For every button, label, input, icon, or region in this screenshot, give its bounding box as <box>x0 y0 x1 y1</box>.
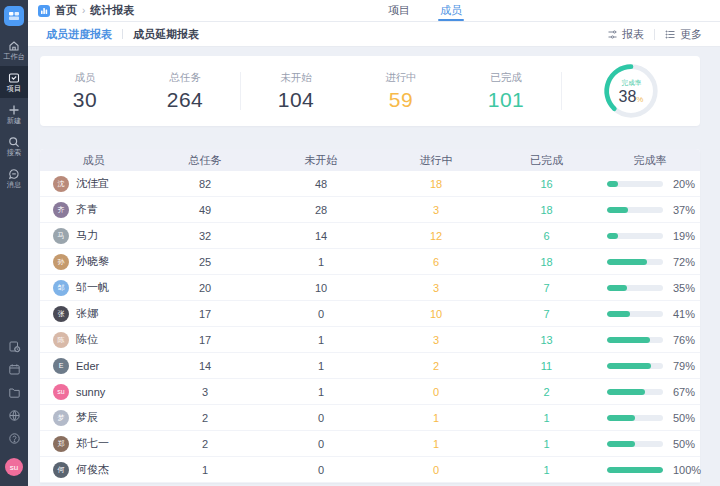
completed-cell: 16 <box>493 178 600 190</box>
in-progress-cell: 1 <box>379 438 493 450</box>
stat-value: 101 <box>451 88 561 111</box>
total-tasks-cell: 2 <box>147 438 263 450</box>
member-cell: 孙 孙晓黎 <box>40 254 147 270</box>
stat-members: 成员 30 <box>40 71 130 111</box>
member-name: 郑七一 <box>76 436 109 451</box>
sidebar-item-messages[interactable]: 消息 <box>0 162 28 194</box>
completed-cell: 18 <box>493 256 600 268</box>
tab-member-progress-report[interactable]: 成员进度报表 <box>46 27 112 42</box>
member-avatar: su <box>53 384 69 400</box>
help-icon[interactable] <box>7 431 21 445</box>
more-button[interactable]: 更多 <box>665 27 702 42</box>
rate-cell: 37% <box>600 204 700 216</box>
progress-bar <box>607 337 663 343</box>
tab-member-delay-report[interactable]: 成员延期报表 <box>133 27 199 42</box>
calendar-icon[interactable] <box>7 362 21 376</box>
table-row[interactable]: E Eder 14 1 2 11 79% <box>40 353 700 379</box>
in-progress-cell: 6 <box>379 256 493 268</box>
table-row[interactable]: 何 何俊杰 1 0 0 1 100% <box>40 457 700 483</box>
member-avatar: 齐 <box>53 202 69 218</box>
table-row[interactable]: 郑 郑七一 2 0 1 1 50% <box>40 431 700 457</box>
sidebar-item-projects[interactable]: 项目 <box>0 66 28 98</box>
sidebar-item-create[interactable]: 新建 <box>0 98 28 130</box>
progress-bar <box>607 441 663 447</box>
sidebar-item-label: 搜索 <box>7 149 21 156</box>
rate-cell: 50% <box>600 412 700 424</box>
table-row[interactable]: 马 马力 32 14 12 6 19% <box>40 223 700 249</box>
rate-percent: 19% <box>673 230 695 242</box>
rate-cell: 100% <box>600 464 701 476</box>
tab-members[interactable]: 成员 <box>438 0 464 21</box>
table-body: 沈 沈佳宜 82 48 18 16 20% 齐 齐青 49 28 3 18 37… <box>40 171 700 483</box>
progress-bar-fill <box>607 337 650 343</box>
member-cell: 何 何俊杰 <box>40 462 147 478</box>
tab-projects[interactable]: 项目 <box>386 0 412 21</box>
table-row[interactable]: 邹 邹一帆 20 10 3 7 35% <box>40 275 700 301</box>
member-cell: su sunny <box>40 384 147 400</box>
chart-icon <box>607 29 618 40</box>
table-row[interactable]: 梦 梦辰 2 0 1 1 50% <box>40 405 700 431</box>
table-row[interactable]: 孙 孙晓黎 25 1 6 18 72% <box>40 249 700 275</box>
breadcrumb-home[interactable]: 首页 <box>55 3 77 18</box>
rate-cell: 35% <box>600 282 700 294</box>
completed-cell: 2 <box>493 386 600 398</box>
more-button-label: 更多 <box>680 27 702 42</box>
not-started-cell: 0 <box>263 308 379 320</box>
table-row[interactable]: su sunny 3 1 0 2 67% <box>40 379 700 405</box>
in-progress-cell: 10 <box>379 308 493 320</box>
total-tasks-cell: 32 <box>147 230 263 242</box>
sidebar-item-search[interactable]: 搜索 <box>0 130 28 162</box>
report-button[interactable]: 报表 <box>607 27 644 42</box>
view-tabs: 项目 成员 <box>386 0 464 21</box>
rate-percent: 76% <box>673 334 695 346</box>
member-name: 邹一帆 <box>76 280 109 295</box>
member-name: 张娜 <box>76 306 98 321</box>
table-row[interactable]: 张 张娜 17 0 10 7 41% <box>40 301 700 327</box>
table-row[interactable]: 齐 齐青 49 28 3 18 37% <box>40 197 700 223</box>
progress-bar-fill <box>607 389 645 395</box>
progress-bar <box>607 285 663 291</box>
in-progress-cell: 1 <box>379 412 493 424</box>
rate-cell: 19% <box>600 230 700 242</box>
member-cell: E Eder <box>40 358 147 374</box>
completed-cell: 13 <box>493 334 600 346</box>
table-row[interactable]: 陈 陈位 17 1 3 13 76% <box>40 327 700 353</box>
sub-tab-divider <box>122 29 123 39</box>
rate-percent: 67% <box>673 386 695 398</box>
content: 成员 30 总任务 264 未开始 104 进行中 59 已完成 <box>28 47 720 486</box>
sidebar-item-workbench[interactable]: 工作台 <box>0 34 28 66</box>
progress-bar-fill <box>607 363 651 369</box>
clipboard-clock-icon[interactable] <box>7 339 21 353</box>
table-header: 成员 总任务 未开始 进行中 已完成 完成率 <box>40 149 700 171</box>
rate-percent: 100% <box>673 464 701 476</box>
breadcrumb: 首页 › 统计报表 <box>38 3 134 18</box>
progress-bar <box>607 389 663 395</box>
in-progress-cell: 3 <box>379 282 493 294</box>
member-avatar: 何 <box>53 462 69 478</box>
sidebar-bottom: su <box>5 339 23 486</box>
report-sub-tabs: 成员进度报表 成员延期报表 <box>46 27 199 42</box>
completed-cell: 7 <box>493 282 600 294</box>
completed-cell: 1 <box>493 412 600 424</box>
member-avatar: 陈 <box>53 332 69 348</box>
table-row[interactable]: 沈 沈佳宜 82 48 18 16 20% <box>40 171 700 197</box>
rate-cell: 79% <box>600 360 700 372</box>
summary-stats-card: 成员 30 总任务 264 未开始 104 进行中 59 已完成 <box>40 56 700 126</box>
total-tasks-cell: 3 <box>147 386 263 398</box>
rate-percent: 72% <box>673 256 695 268</box>
user-avatar[interactable]: su <box>5 458 23 476</box>
search-icon <box>8 136 20 148</box>
in-progress-cell: 12 <box>379 230 493 242</box>
stat-value: 264 <box>130 88 240 111</box>
in-progress-cell: 3 <box>379 204 493 216</box>
app-logo[interactable] <box>4 6 24 26</box>
progress-bar-fill <box>607 285 627 291</box>
folder-icon[interactable] <box>7 385 21 399</box>
progress-bar-fill <box>607 467 663 473</box>
col-not-started: 未开始 <box>263 153 379 168</box>
rate-cell: 72% <box>600 256 700 268</box>
globe-icon[interactable] <box>7 408 21 422</box>
not-started-cell: 0 <box>263 438 379 450</box>
stat-total-tasks: 总任务 264 <box>130 71 240 111</box>
completed-cell: 6 <box>493 230 600 242</box>
